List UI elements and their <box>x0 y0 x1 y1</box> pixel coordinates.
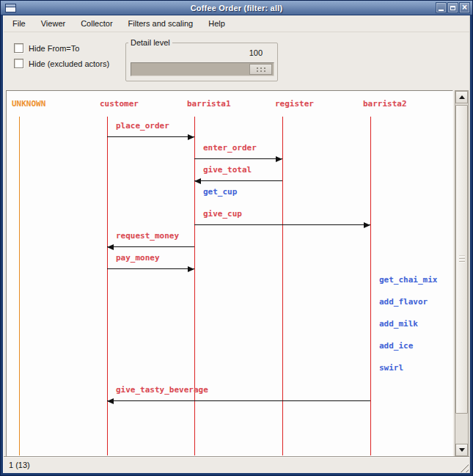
action-label-swirl[interactable]: swirl <box>379 364 403 373</box>
vertical-scrollbar[interactable] <box>455 90 469 457</box>
arrowhead-icon <box>364 222 370 228</box>
grip-dots-icon <box>257 67 258 69</box>
message-line-pay_money <box>107 268 194 269</box>
lifeline-customer <box>107 117 108 455</box>
hide-excluded-row[interactable]: Hide (excluded actors) <box>14 59 109 68</box>
message-line-request_money <box>107 246 194 247</box>
arrowhead-icon <box>107 244 114 250</box>
message-label-pay_money[interactable]: pay_money <box>116 254 160 263</box>
close-button[interactable]: × <box>459 2 470 13</box>
statusbar: 1 (13) <box>4 456 469 473</box>
lifeline-register <box>282 117 283 455</box>
menu-file[interactable]: File <box>12 19 26 28</box>
scrollbar-grip-icon <box>459 255 465 263</box>
action-label-get_cup[interactable]: get_cup <box>203 188 237 197</box>
close-icon: × <box>462 3 467 12</box>
sequence-diagram-canvas[interactable]: UNKNOWNcustomerbarrista1registerbarrista… <box>6 90 453 457</box>
window-title: Coffee Order (filter: all) <box>1 4 472 12</box>
lifeline-barrista2 <box>370 117 371 455</box>
maximize-button[interactable] <box>447 2 458 13</box>
message-label-enter_order[interactable]: enter_order <box>203 144 257 153</box>
scroll-up-button[interactable] <box>455 91 468 103</box>
lifeline-barrista1 <box>194 117 195 455</box>
message-label-give_cup[interactable]: give_cup <box>203 210 242 219</box>
window-controls: × <box>436 2 470 13</box>
resize-grip[interactable] <box>456 460 469 472</box>
lifeline-UNKNOWN <box>19 117 20 455</box>
arrow-up-icon <box>459 95 465 99</box>
actor-label-UNKNOWN[interactable]: UNKNOWN <box>12 100 45 109</box>
menubar: File Viewer Collector Filters and scalin… <box>4 15 469 32</box>
detail-level-group: Detail level 100 <box>125 43 278 81</box>
hide-fromto-row[interactable]: Hide From=To <box>14 43 79 53</box>
detail-level-value: 100 <box>249 48 263 57</box>
actor-label-register[interactable]: register <box>275 100 314 109</box>
menu-help[interactable]: Help <box>208 19 225 28</box>
actor-label-customer[interactable]: customer <box>100 100 139 109</box>
actor-label-barrista2[interactable]: barrista2 <box>363 100 407 109</box>
hide-fromto-label: Hide From=To <box>29 44 79 53</box>
message-line-give_total <box>194 180 282 181</box>
minimize-button[interactable] <box>436 2 447 13</box>
arrowhead-icon <box>107 398 114 404</box>
action-label-get_chai_mix[interactable]: get_chai_mix <box>379 276 437 285</box>
message-line-give_cup <box>194 224 370 225</box>
arrowhead-icon <box>188 266 194 272</box>
detail-level-slider[interactable] <box>131 62 274 76</box>
arrowhead-icon <box>276 156 282 162</box>
message-line-place_order <box>107 136 194 137</box>
app-window: Coffee Order (filter: all) × File Viewer… <box>0 0 473 476</box>
message-label-give_total[interactable]: give_total <box>203 166 252 175</box>
actor-label-barrista1[interactable]: barrista1 <box>187 100 231 109</box>
window-body: File Viewer Collector Filters and scalin… <box>3 15 470 473</box>
arrowhead-icon <box>188 134 194 140</box>
message-label-place_order[interactable]: place_order <box>116 122 169 131</box>
detail-level-group-label: Detail level <box>128 38 172 47</box>
message-line-give_tasty_beverage <box>107 400 370 401</box>
status-text: 1 (13) <box>9 461 30 469</box>
message-line-enter_order <box>194 158 282 159</box>
message-label-give_tasty_beverage[interactable]: give_tasty_beverage <box>116 386 208 395</box>
minimize-icon <box>439 10 444 11</box>
scroll-down-button[interactable] <box>455 444 468 456</box>
action-label-add_flavor[interactable]: add_flavor <box>379 298 428 307</box>
arrowhead-icon <box>194 178 201 184</box>
hide-excluded-checkbox[interactable] <box>14 59 23 68</box>
maximize-icon <box>450 6 455 10</box>
menu-collector[interactable]: Collector <box>81 19 112 28</box>
detail-level-slider-thumb[interactable] <box>249 64 272 75</box>
titlebar[interactable]: Coffee Order (filter: all) × <box>1 1 472 15</box>
toolbar: Hide From=To Hide (excluded actors) Deta… <box>4 32 469 90</box>
action-label-add_milk[interactable]: add_milk <box>379 320 418 329</box>
hide-fromto-checkbox[interactable] <box>14 43 23 53</box>
hide-excluded-label: Hide (excluded actors) <box>29 59 109 68</box>
message-label-request_money[interactable]: request_money <box>116 232 179 241</box>
app-icon <box>5 4 16 12</box>
menu-filters-and-scaling[interactable]: Filters and scaling <box>128 19 194 28</box>
scrollbar-thumb[interactable] <box>455 105 468 414</box>
action-label-add_ice[interactable]: add_ice <box>379 342 413 351</box>
menu-viewer[interactable]: Viewer <box>41 19 65 28</box>
arrow-down-icon <box>459 448 465 452</box>
